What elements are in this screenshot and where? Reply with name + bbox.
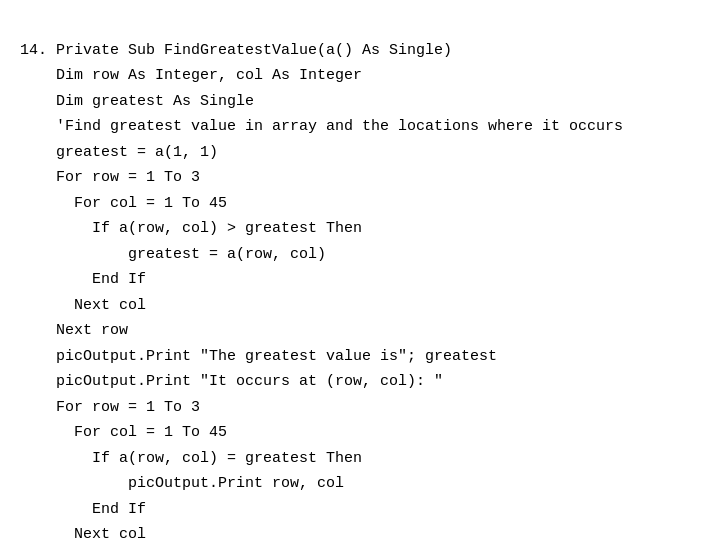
code-line: End If xyxy=(20,267,700,293)
code-line: If a(row, col) > greatest Then xyxy=(20,216,700,242)
code-line: Dim greatest As Single xyxy=(20,89,700,115)
code-line: End If xyxy=(20,497,700,523)
code-line: picOutput.Print "It occurs at (row, col)… xyxy=(20,369,700,395)
code-line: Next col xyxy=(20,293,700,319)
code-line: For col = 1 To 45 xyxy=(20,191,700,217)
code-line: 14. Private Sub FindGreatestValue(a() As… xyxy=(20,38,700,64)
code-line: picOutput.Print row, col xyxy=(20,471,700,497)
code-line: greatest = a(1, 1) xyxy=(20,140,700,166)
code-line: Next col xyxy=(20,522,700,540)
code-line: Next row xyxy=(20,318,700,344)
code-line: For row = 1 To 3 xyxy=(20,165,700,191)
code-line: picOutput.Print "The greatest value is";… xyxy=(20,344,700,370)
code-line: For col = 1 To 45 xyxy=(20,420,700,446)
code-line: If a(row, col) = greatest Then xyxy=(20,446,700,472)
code-block: 14. Private Sub FindGreatestValue(a() As… xyxy=(0,0,720,540)
code-line: 'Find greatest value in array and the lo… xyxy=(20,114,700,140)
code-line: Dim row As Integer, col As Integer xyxy=(20,63,700,89)
code-line: For row = 1 To 3 xyxy=(20,395,700,421)
code-line: greatest = a(row, col) xyxy=(20,242,700,268)
